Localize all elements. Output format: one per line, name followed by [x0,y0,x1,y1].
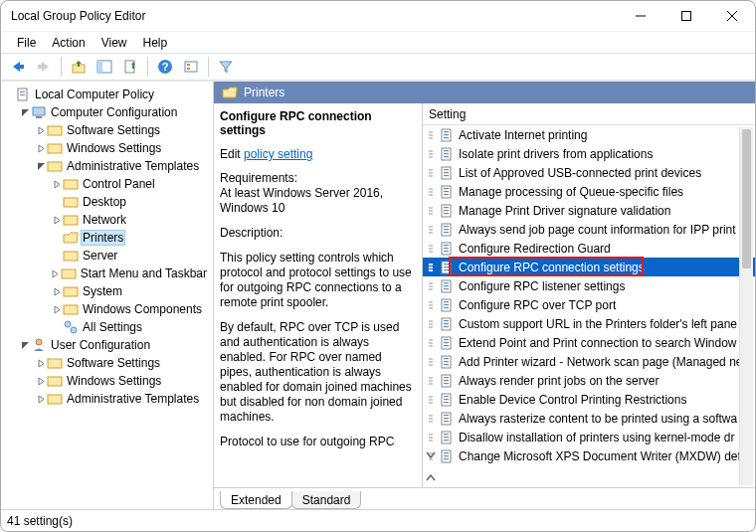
list-item[interactable]: Custom support URL in the Printers folde… [423,314,755,333]
filter-button[interactable] [215,56,237,78]
expand-icon[interactable] [51,305,63,314]
list-item[interactable]: Isolate print drivers from applications [423,144,755,163]
tree-item-all-settings[interactable]: All Settings [81,320,144,334]
tree-item-windows-settings[interactable]: Windows Settings [65,141,163,155]
list-item[interactable]: Always send job page count information f… [423,220,755,239]
export-button[interactable] [119,56,141,78]
svg-point-147 [431,339,433,341]
list-item[interactable]: Manage Print Driver signature validation [423,201,755,220]
svg-point-177 [431,396,433,398]
expand-icon[interactable] [51,287,63,296]
tree-item-system[interactable]: System [81,284,124,298]
settings-list[interactable]: Activate Internet printingIsolate print … [423,125,755,487]
up-button[interactable] [68,56,90,78]
list-item[interactable]: Add Printer wizard - Network scan page (… [423,352,755,371]
svg-point-167 [431,377,433,379]
tree-item-software-settings[interactable]: Software Settings [65,123,162,137]
list-item[interactable]: Always render print jobs on the server [423,371,755,390]
tree-item-printers[interactable]: Printers [81,230,125,246]
menu-file[interactable]: File [9,34,44,52]
list-item[interactable]: Enable Device Control Printing Restricti… [423,390,755,409]
list-item[interactable]: Disallow installation of printers using … [423,428,755,446]
svg-point-176 [429,396,431,398]
policy-icon [439,260,455,275]
navigation-tree[interactable]: Local Computer Policy Computer Configura… [1,82,214,509]
minimize-button[interactable] [618,1,663,31]
window-title: Local Group Policy Editor [11,9,618,23]
scroll-down-icon[interactable] [425,449,437,463]
expand-icon[interactable] [35,359,47,368]
tab-standard[interactable]: Standard [291,491,362,509]
help-button[interactable]: ? [154,56,176,78]
tree-item-control-panel[interactable]: Control Panel [81,177,157,191]
tree-item-server[interactable]: Server [81,249,119,263]
tree-item-desktop[interactable]: Desktop [81,195,128,209]
tab-extended[interactable]: Extended [220,491,292,509]
tree-item-user-windows[interactable]: Windows Settings [65,374,163,388]
policy-icon [439,392,455,408]
tree-item-user-config[interactable]: User Configuration [49,338,152,352]
svg-rect-183 [444,396,449,397]
expand-icon[interactable] [51,216,63,225]
list-item[interactable]: Configure RPC over TCP port [423,295,755,314]
expand-icon[interactable] [51,269,61,278]
svg-rect-28 [64,287,78,296]
collapse-icon[interactable] [35,162,47,171]
list-item[interactable]: Always rasterize content to be printed u… [423,409,755,428]
expand-icon[interactable] [51,180,63,189]
list-item[interactable]: Configure RPC listener settings [423,276,755,295]
vertical-scrollbar[interactable] [739,127,753,485]
expand-icon[interactable] [35,144,47,153]
collapse-icon[interactable] [19,108,31,117]
svg-point-187 [431,415,433,417]
menu-view[interactable]: View [94,34,135,52]
menu-action[interactable]: Action [44,34,93,52]
folder-icon [61,266,77,281]
scroll-up-icon[interactable] [425,471,437,485]
list-item[interactable]: Configure RPC connection settings [423,258,755,276]
tree-item-user-software[interactable]: Software Settings [65,356,162,370]
list-item[interactable]: Change Microsoft XPS Document Writer (MX… [423,446,755,465]
collapse-icon[interactable] [19,341,31,350]
svg-rect-44 [444,134,449,135]
list-item[interactable]: Activate Internet printing [423,125,755,144]
menu-help[interactable]: Help [135,34,176,52]
svg-point-98 [429,248,431,250]
svg-point-39 [431,134,433,136]
edit-prefix: Edit [220,147,244,161]
show-hide-tree-button[interactable] [94,56,115,78]
svg-rect-43 [444,131,449,132]
scrollbar-thumb[interactable] [742,129,751,268]
tree-item-start-menu[interactable]: Start Menu and Taskbar [79,266,209,280]
list-item-label: Change Microsoft XPS Document Writer (MX… [459,449,755,463]
tree-item-computer-config[interactable]: Computer Configuration [49,105,179,119]
column-header-setting[interactable]: Setting [423,103,755,125]
forward-button[interactable] [33,56,55,78]
grip-icon [427,319,435,329]
status-text: 41 setting(s) [7,514,73,528]
list-item[interactable]: Extend Point and Print connection to sea… [423,333,755,352]
tree-item-user-admin[interactable]: Administrative Templates [65,392,201,406]
svg-point-40 [429,137,431,139]
list-item-label: Add Printer wizard - Network scan page (… [459,355,755,369]
tree-item-root[interactable]: Local Computer Policy [33,88,156,101]
list-item[interactable]: List of Approved USB-connected print dev… [423,163,755,182]
list-item[interactable]: Manage processing of Queue-specific file… [423,182,755,201]
tree-item-win-components[interactable]: Windows Components [81,302,204,316]
expand-icon[interactable] [35,126,47,135]
svg-rect-214 [444,455,449,456]
tree-item-network[interactable]: Network [81,213,128,227]
options-button[interactable] [180,56,202,78]
back-button[interactable] [7,56,29,78]
expand-icon[interactable] [35,377,47,386]
list-item[interactable]: Configure Redirection Guard [423,239,755,258]
tree-item-admin-templates[interactable]: Administrative Templates [65,159,201,173]
list-item-label: Manage processing of Queue-specific file… [459,185,755,199]
edit-policy-link[interactable]: policy setting [244,147,312,161]
expand-icon[interactable] [35,395,47,404]
maximize-button[interactable] [663,1,709,31]
svg-point-116 [429,282,431,284]
grip-icon [427,206,435,216]
close-button[interactable] [709,1,755,31]
svg-point-160 [429,364,431,366]
